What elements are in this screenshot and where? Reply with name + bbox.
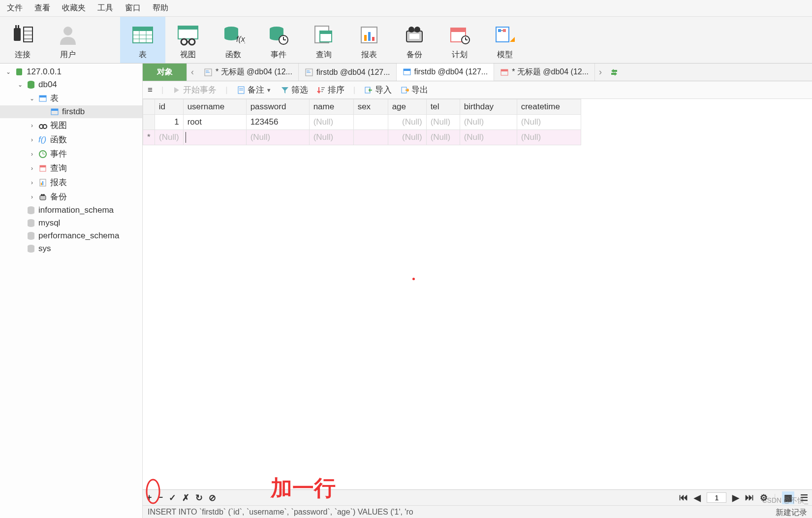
tab-next-icon[interactable]: › <box>595 64 606 81</box>
menu-window[interactable]: 窗口 <box>125 3 141 13</box>
schedule-button[interactable]: 计划 <box>437 17 482 63</box>
data-grid[interactable]: id username password name sex age tel bi… <box>143 99 812 489</box>
expander-icon[interactable]: ⌄ <box>29 95 35 102</box>
last-page-button[interactable]: ⏭ <box>745 492 754 503</box>
expander-icon[interactable]: › <box>29 122 35 129</box>
table-row[interactable]: 1 root 123456 (Null) (Null) (Null) (Null… <box>143 115 581 130</box>
tree-tables[interactable]: ⌄表 <box>0 91 142 105</box>
tree-server[interactable]: ⌄127.0.0.1 <box>0 65 142 78</box>
memo-button[interactable]: 备注▼ <box>237 84 272 96</box>
table-button[interactable]: 表 <box>120 17 165 63</box>
col-tel[interactable]: tel <box>426 99 460 115</box>
tab-prev-icon[interactable]: ‹ <box>187 64 198 81</box>
tree-events[interactable]: ›事件 <box>0 147 142 161</box>
col-age[interactable]: age <box>388 99 426 115</box>
tree-sysdb-1[interactable]: mysql <box>0 217 142 229</box>
view-button[interactable]: 视图 <box>165 17 211 63</box>
cell[interactable]: (Null) <box>388 130 426 145</box>
menu-help[interactable]: 帮助 <box>153 3 168 13</box>
cell[interactable]: (Null) <box>517 115 581 130</box>
tree-database[interactable]: ⌄db04 <box>0 78 142 91</box>
expander-icon[interactable]: ⌄ <box>17 81 24 88</box>
col-password[interactable]: password <box>246 99 309 115</box>
cell[interactable]: (Null) <box>426 130 460 145</box>
event-button[interactable]: 事件 <box>256 17 301 63</box>
delete-row-button[interactable]: − <box>158 492 163 503</box>
add-row-button[interactable]: + <box>147 492 152 503</box>
tree-views[interactable]: ›视图 <box>0 118 142 132</box>
cell[interactable] <box>353 130 388 145</box>
expander-icon[interactable]: ⌄ <box>5 68 12 75</box>
page-number-input[interactable] <box>707 492 726 503</box>
grid-toolbar: ≡ | 开始事务 | 备注▼ 筛选 排序 | 导入 导出 <box>143 81 812 99</box>
tab-sync-icon[interactable] <box>606 64 623 81</box>
begin-transaction-button[interactable]: 开始事务 <box>172 84 217 96</box>
cell[interactable]: (Null) <box>460 130 517 145</box>
tree-backups[interactable]: ›备份 <box>0 190 142 204</box>
menu-view[interactable]: 查看 <box>34 3 50 13</box>
query-button[interactable]: 查询 <box>301 17 346 63</box>
stop-button[interactable]: ⊘ <box>209 492 216 503</box>
function-button[interactable]: f(x) 函数 <box>211 17 256 63</box>
status-message: 新建记录 <box>776 508 807 518</box>
apply-button[interactable]: ✓ <box>169 492 176 503</box>
report-button[interactable]: 报表 <box>346 17 392 63</box>
tree-table-firstdb[interactable]: firstdb <box>0 105 142 118</box>
expander-icon[interactable]: › <box>29 151 35 158</box>
filter-button[interactable]: 筛选 <box>281 84 308 96</box>
import-button[interactable]: 导入 <box>364 84 392 96</box>
next-page-button[interactable]: ▶ <box>732 492 739 503</box>
tab-3[interactable]: firstdb @db04 (127... <box>397 64 495 81</box>
prev-page-button[interactable]: ◀ <box>694 492 701 503</box>
cell[interactable]: root <box>183 115 246 130</box>
cell[interactable]: (Null) <box>388 115 426 130</box>
cell[interactable]: (Null) <box>426 115 460 130</box>
menu-fav[interactable]: 收藏夹 <box>62 3 86 13</box>
expander-icon[interactable]: › <box>29 136 35 143</box>
cell[interactable] <box>353 115 388 130</box>
menu-tools[interactable]: 工具 <box>97 3 113 13</box>
sort-button[interactable]: 排序 <box>317 84 344 96</box>
cell-editing[interactable] <box>183 130 246 145</box>
first-page-button[interactable]: ⏮ <box>679 492 688 503</box>
tree-sysdb-2[interactable]: performance_schema <box>0 229 142 242</box>
col-createtime[interactable]: createtime <box>517 99 581 115</box>
connect-button[interactable]: 连接 <box>0 17 45 63</box>
col-username[interactable]: username <box>183 99 246 115</box>
expander-icon[interactable]: › <box>29 179 35 186</box>
cancel-button[interactable]: ✗ <box>182 492 189 503</box>
cell[interactable]: (Null) <box>309 115 353 130</box>
export-button[interactable]: 导出 <box>401 84 428 96</box>
refresh-button[interactable]: ↻ <box>195 492 203 503</box>
hamburger-icon[interactable]: ≡ <box>148 85 153 95</box>
col-birthday[interactable]: birthday <box>460 99 517 115</box>
tree-queries[interactable]: ›查询 <box>0 161 142 175</box>
model-button[interactable]: 模型 <box>482 17 528 63</box>
tab-4[interactable]: * 无标题 @db04 (12... <box>494 64 595 81</box>
expander-icon[interactable]: › <box>29 194 35 200</box>
menu-file[interactable]: 文件 <box>7 3 23 13</box>
backup-button[interactable]: 备份 <box>392 17 437 63</box>
cell[interactable]: 1 <box>155 115 183 130</box>
tree-sysdb-3[interactable]: sys <box>0 242 142 255</box>
cell[interactable]: (Null) <box>517 130 581 145</box>
col-id[interactable]: id <box>155 99 183 115</box>
plug-icon <box>10 22 35 48</box>
tree-reports[interactable]: ›报表 <box>0 175 142 190</box>
tree-sysdb-0[interactable]: information_schema <box>0 204 142 217</box>
cell[interactable]: 123456 <box>246 115 309 130</box>
col-sex[interactable]: sex <box>353 99 388 115</box>
table-row-new[interactable]: * (Null) (Null) (Null) (Null) (Null) (Nu… <box>143 130 581 145</box>
tree-functions[interactable]: ›f()函数 <box>0 132 142 147</box>
cell[interactable]: (Null) <box>246 130 309 145</box>
cell[interactable]: (Null) <box>309 130 353 145</box>
tab-object[interactable]: 对象 <box>143 64 187 81</box>
fx-icon: f() <box>38 135 47 145</box>
tab-1[interactable]: * 无标题 @db04 (12... <box>198 64 299 81</box>
cell[interactable]: (Null) <box>460 115 517 130</box>
user-button[interactable]: 用户 <box>45 17 91 63</box>
col-name[interactable]: name <box>309 99 353 115</box>
cell[interactable]: (Null) <box>155 130 183 145</box>
expander-icon[interactable]: › <box>29 165 35 172</box>
tab-2[interactable]: firstdb @db04 (127... <box>299 64 397 81</box>
